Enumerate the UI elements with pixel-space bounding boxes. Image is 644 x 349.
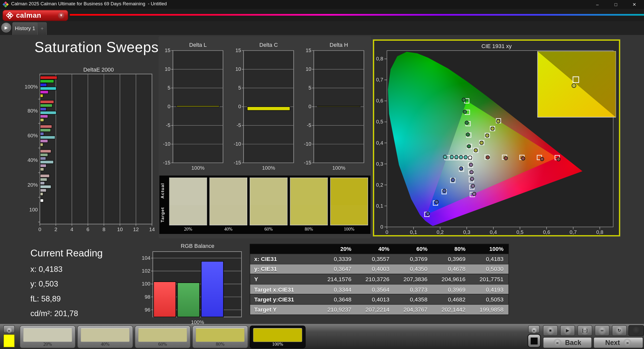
pattern-window-icon [632,327,640,335]
pattern-window-button[interactable] [628,325,644,336]
transport-stop-button[interactable]: ■ [543,325,558,336]
svg-text:0: 0 [380,224,383,230]
transport-refresh-button[interactable]: ↻ [612,325,627,336]
table-cell: 202,1442 [433,306,471,313]
row-label: Target y:CIE31 [250,296,319,303]
pattern-tile-label: 60% [135,342,190,347]
svg-text:Delta L: Delta L [189,42,207,48]
svg-text:0: 0 [38,227,41,232]
calman-diamond-icon [6,12,13,19]
pattern-tile-swatch [81,328,130,342]
svg-text:0,6: 0,6 [376,98,383,103]
table-cell: 0,4358 [395,296,433,303]
svg-text:-5: -5 [307,122,311,128]
svg-text:15: 15 [306,48,312,53]
svg-text:0,5: 0,5 [376,119,383,125]
column-header: 60% [395,246,433,252]
back-button[interactable]: « Back [543,337,592,348]
current-pattern-swatch[interactable] [3,334,15,347]
delta-c-chart: Delta C151050-5-10-15100% [231,41,297,173]
swatch-column-80%: 80% [290,178,328,231]
chevron-left-icon: « [554,339,561,347]
svg-text:Delta C: Delta C [259,42,278,48]
chevron-down-icon: ▼ [58,12,64,19]
column-header: 20% [319,246,357,252]
svg-text:0: 0 [238,104,241,109]
calman-menu-button[interactable]: calman ▼ [3,10,68,21]
svg-text:DeltaE 2000: DeltaE 2000 [83,67,114,73]
table-cell: 0,4350 [395,266,433,272]
svg-text:80%: 80% [28,108,38,114]
pattern-tile-80%[interactable]: 80% [192,325,248,348]
actual-target-swatch [169,178,207,225]
current-reading-title: Current Reading [30,248,103,259]
svg-text:0,8: 0,8 [376,56,383,61]
svg-text:12: 12 [133,227,139,232]
svg-text:0,3: 0,3 [376,161,383,167]
actual-target-swatch [250,178,288,225]
svg-text:0,4: 0,4 [490,229,497,235]
row-label: Y [250,276,319,282]
table-row: x: CIE310,33390,35570,37690,39690,4183 [250,254,509,264]
actual-target-swatch [290,178,328,225]
maximize-button[interactable]: □ [607,0,625,9]
table-cell: 201,7751 [471,276,509,282]
swatch-label: 20% [169,227,207,232]
table-cell: 0,3773 [395,286,433,293]
transport-infinite-button[interactable]: ∞ [595,325,610,336]
add-tab-button[interactable]: + [38,22,47,35]
reading-cdm2: cd/m²: 201,78 [30,309,103,318]
table-cell: 207,2214 [357,306,395,313]
session-play-button[interactable]: ▶ [1,23,11,32]
tab-history-1[interactable]: History 1 [12,22,38,35]
transport-play-button[interactable]: ▶ [560,325,575,336]
svg-text:-10: -10 [163,141,170,147]
actual-target-swatch [209,178,247,225]
table-cell: 0,5030 [471,266,509,272]
svg-text:14: 14 [149,227,155,232]
svg-text:102: 102 [142,268,150,274]
table-cell: 0,3769 [395,256,433,262]
minimize-button[interactable]: – [588,0,607,9]
svg-text:100: 100 [29,207,38,212]
svg-text:-10: -10 [234,141,241,147]
svg-text:-15: -15 [304,160,311,165]
table-cell: 0,3969 [433,286,471,293]
pattern-tile-label: 80% [193,342,248,347]
rainbow-accent-strip [70,14,644,16]
swatch-column-40%: 40% [209,178,247,231]
table-cell: 0,3648 [319,296,357,303]
table-cell: 207,3836 [395,276,433,282]
page-title: Saturation Sweeps [35,39,159,55]
stop-measurement-button[interactable] [527,334,541,348]
stop-icon: ■ [546,326,555,335]
svg-text:Delta H: Delta H [330,42,348,48]
table-cell: 210,3726 [357,276,395,282]
reading-y: y: 0,503 [30,279,103,289]
pattern-tile-label: 100% [250,342,305,347]
transport-range-button[interactable]: [··] [578,325,592,336]
pattern-tile-40%[interactable]: 40% [77,325,133,348]
svg-text:10: 10 [306,66,312,72]
table-cell: 0,3339 [319,256,357,262]
svg-text:0,8: 0,8 [596,229,603,235]
expand-patterns-button[interactable]: ▲ [3,325,15,333]
pattern-tile-60%[interactable]: 60% [135,325,190,348]
expand-controls-button[interactable]: ▲ [528,325,540,333]
svg-text:15: 15 [235,48,241,53]
table-cell: 214,1576 [319,276,357,282]
svg-text:20%: 20% [28,182,38,188]
table-cell: 0,4678 [433,266,471,272]
close-button[interactable]: ✕ [625,0,643,9]
row-label: Target Y [250,306,319,313]
pattern-tile-100%[interactable]: 100% [250,325,305,348]
svg-text:0,2: 0,2 [437,229,444,235]
svg-text:100%: 100% [25,84,38,90]
svg-text:10: 10 [235,66,241,72]
pattern-tile-20%[interactable]: 20% [20,325,76,348]
svg-text:0: 0 [308,104,311,109]
stop-icon [531,337,538,344]
app-header: calman ▼ [0,9,644,21]
next-button[interactable]: Next » [593,337,643,348]
svg-text:6: 6 [86,227,89,232]
